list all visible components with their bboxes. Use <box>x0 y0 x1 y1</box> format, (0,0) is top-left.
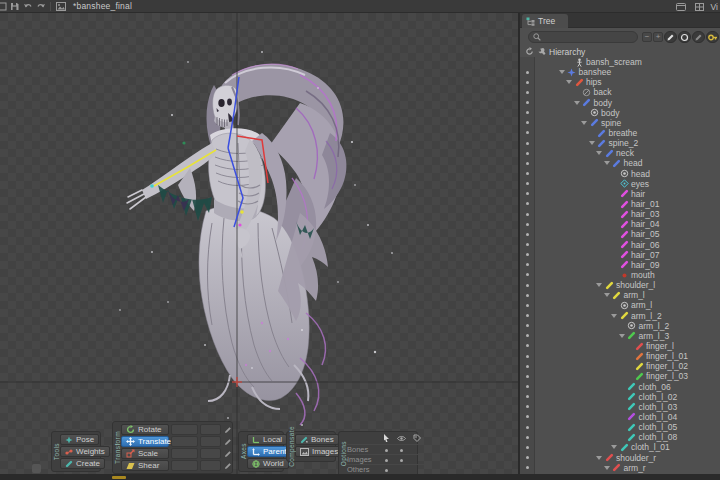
visibility-dot[interactable] <box>526 395 529 398</box>
tree-row[interactable]: hair_03 <box>520 209 720 219</box>
tree-row[interactable]: body <box>520 98 720 108</box>
transform-value-cell[interactable] <box>200 460 221 471</box>
visibility-dot[interactable] <box>526 426 529 429</box>
expand-arrow-icon[interactable] <box>566 80 572 84</box>
refresh-icon[interactable] <box>525 47 534 56</box>
options-toggle[interactable] <box>394 445 409 454</box>
tree-row[interactable]: banshee <box>520 67 720 77</box>
visibility-dot[interactable] <box>526 375 529 378</box>
axes-world-button[interactable]: World <box>247 458 289 469</box>
options-toggle[interactable] <box>379 445 394 454</box>
corner-widget[interactable] <box>32 464 41 473</box>
tree-row[interactable]: hair_04 <box>520 219 720 229</box>
tree-row[interactable]: hair_01 <box>520 199 720 209</box>
tools-pose-button[interactable]: Pose <box>60 434 99 445</box>
tree-row[interactable]: hair_05 <box>520 229 720 239</box>
transform-value-cell[interactable] <box>200 424 221 435</box>
expand-arrow-icon[interactable] <box>604 293 610 297</box>
expand-arrow-icon[interactable] <box>611 314 617 318</box>
compensate-bones-button[interactable]: Bones <box>295 434 339 445</box>
tree-row[interactable]: hair_07 <box>520 250 720 260</box>
views-menu[interactable]: Vi <box>711 2 718 12</box>
pencil-filter[interactable] <box>664 31 677 43</box>
tree-row[interactable]: hair <box>520 189 720 199</box>
visibility-dot[interactable] <box>526 273 529 276</box>
tree-row[interactable]: neck <box>520 148 720 158</box>
visibility-dot[interactable] <box>526 385 529 388</box>
redo-icon[interactable] <box>34 0 47 12</box>
options-toggle[interactable] <box>379 455 394 464</box>
image-icon[interactable] <box>54 0 67 12</box>
visibility-dot[interactable] <box>526 446 529 449</box>
menu-icon[interactable] <box>0 0 8 12</box>
expand-arrow-icon[interactable] <box>574 101 580 105</box>
visibility-dot[interactable] <box>526 233 529 236</box>
document-tab[interactable]: *banshee_final <box>73 1 132 11</box>
visibility-dot[interactable] <box>526 324 529 327</box>
expand-arrow-icon[interactable] <box>581 121 587 125</box>
visibility-dot[interactable] <box>526 131 529 134</box>
editor-viewport[interactable]: Tools PoseWeightsCreate Transform Rotate… <box>0 13 518 474</box>
edit-pencil-icon[interactable] <box>223 424 233 435</box>
visibility-dot[interactable] <box>526 142 529 145</box>
transform-shear-button[interactable]: Shear <box>121 460 169 471</box>
visibility-dot[interactable] <box>526 192 529 195</box>
transform-value-cell[interactable] <box>171 424 198 435</box>
transform-value-cell[interactable] <box>171 460 198 471</box>
edit-pencil-icon[interactable] <box>223 436 233 447</box>
expand-arrow-icon[interactable] <box>619 334 625 338</box>
transform-value-cell[interactable] <box>200 448 221 459</box>
tree-row[interactable]: mouth <box>520 270 720 280</box>
visibility-dot[interactable] <box>526 152 529 155</box>
visibility-dot[interactable] <box>526 223 529 226</box>
expand-arrow-icon[interactable] <box>589 141 595 145</box>
tree-row[interactable]: body <box>520 108 720 118</box>
edit-pencil-icon[interactable] <box>223 460 233 471</box>
wrench-icon[interactable] <box>537 47 546 56</box>
tree-row[interactable]: arm_l <box>520 300 720 310</box>
visibility-dot[interactable] <box>526 172 529 175</box>
tree-row[interactable]: arm_l_2 <box>520 311 720 321</box>
tree-row[interactable]: hips <box>520 77 720 87</box>
visibility-dot[interactable] <box>526 436 529 439</box>
tree-row[interactable]: cloth_l_01 <box>520 442 720 452</box>
ghost-pencil-filter[interactable] <box>692 31 705 43</box>
transform-value-cell[interactable] <box>200 436 221 447</box>
window-icon[interactable] <box>675 1 688 13</box>
dot-filter[interactable] <box>678 31 691 43</box>
axes-local-button[interactable]: Local <box>247 434 287 445</box>
compensate-images-button[interactable]: Images <box>295 446 343 457</box>
visibility-dot[interactable] <box>526 456 529 459</box>
tree-row[interactable]: finger_l_01 <box>520 351 720 361</box>
tree-row[interactable]: finger_l <box>520 341 720 351</box>
expand-icon[interactable]: + <box>653 32 663 42</box>
expand-arrow-icon[interactable] <box>604 466 610 470</box>
tree-row[interactable]: arm_r <box>520 463 720 473</box>
tree-row[interactable]: cloth_l_02 <box>520 392 720 402</box>
tree-row[interactable]: head <box>520 158 720 168</box>
tree-row[interactable]: cloth_l_04 <box>520 412 720 422</box>
tree-row[interactable]: cloth_l_05 <box>520 422 720 432</box>
visibility-dot[interactable] <box>526 81 529 84</box>
tree-row[interactable]: eyes <box>520 179 720 189</box>
visibility-dot[interactable] <box>526 314 529 317</box>
search-box[interactable] <box>528 31 638 43</box>
transform-scale-button[interactable]: Scale <box>121 448 169 459</box>
expand-arrow-icon[interactable] <box>604 161 610 165</box>
visibility-dot[interactable] <box>526 213 529 216</box>
undo-icon[interactable] <box>21 0 34 12</box>
transform-value-cell[interactable] <box>171 448 198 459</box>
tools-weights-button[interactable]: Weights <box>60 446 110 457</box>
tree-row[interactable]: bansh_scream <box>520 57 720 67</box>
transform-translate-button[interactable]: Translate <box>121 436 169 447</box>
expand-arrow-icon[interactable] <box>596 456 602 460</box>
collapse-icon[interactable]: − <box>642 32 652 42</box>
tools-create-button[interactable]: Create <box>60 458 105 469</box>
visibility-dot[interactable] <box>526 294 529 297</box>
grid-icon[interactable] <box>693 1 706 13</box>
visibility-dot[interactable] <box>526 162 529 165</box>
visibility-dot[interactable] <box>526 111 529 114</box>
tree-row[interactable]: arm_l_3 <box>520 331 720 341</box>
tree-row[interactable]: arm_l_2 <box>520 321 720 331</box>
expand-arrow-icon[interactable] <box>596 151 602 155</box>
